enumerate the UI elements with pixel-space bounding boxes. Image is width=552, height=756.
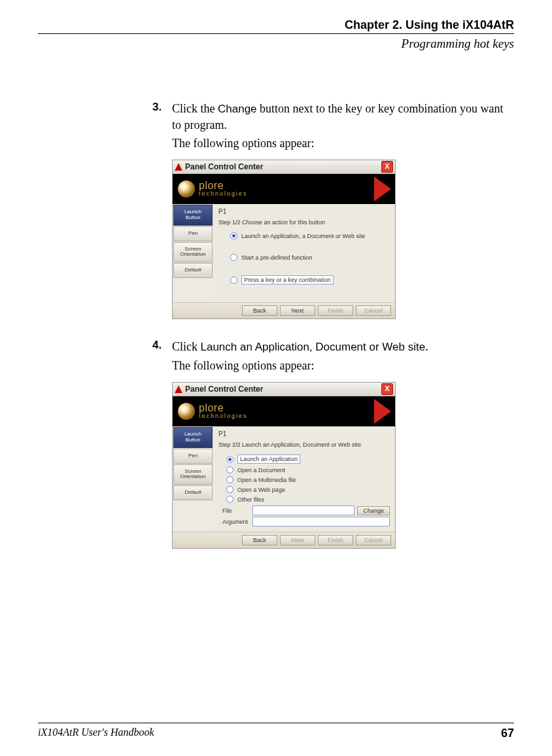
option-launch-app-label: Launch an Application <box>237 455 300 464</box>
close-button[interactable]: X <box>381 383 393 395</box>
option-other-files-label: Other files <box>237 496 264 503</box>
step-4: 4. Click Launch an Application, Document… <box>152 339 514 355</box>
option-predefined-label: Start a pre-defined function <box>241 254 313 261</box>
tab-launch-button[interactable]: Launch Button <box>173 427 213 448</box>
chapter-title: Chapter 2. Using the iX104AtR <box>345 18 514 31</box>
option-open-doc[interactable]: Open a Document <box>226 466 390 473</box>
step-4-text: Click Launch an Application, Document or… <box>172 339 428 355</box>
option-open-multimedia[interactable]: Open a Multimedia file <box>226 476 390 483</box>
tab-default[interactable]: Default <box>173 263 213 278</box>
panel-step-label: Step 1/2 Choose an action for this butto… <box>218 219 390 226</box>
tab-pen[interactable]: Pen <box>173 449 213 464</box>
header: Chapter 2. Using the iX104AtR <box>38 18 514 34</box>
brand-text: plore technologies <box>199 404 248 419</box>
radio-icon <box>226 476 233 483</box>
cancel-button[interactable]: Cancel <box>356 305 391 316</box>
option-key-combo[interactable]: Press a key or a key combination <box>230 275 390 284</box>
banner-arrow-icon <box>374 399 391 424</box>
radio-icon <box>226 466 233 473</box>
panel-key-name: P1 <box>218 430 390 438</box>
brand-globe-icon <box>178 403 195 420</box>
option-launch-app[interactable]: Launch an Application, a Document or Web… <box>230 232 390 239</box>
back-button[interactable]: Back <box>242 305 277 316</box>
dialog-title-text: Panel Control Center <box>185 162 381 171</box>
radio-icon <box>230 232 237 239</box>
dialog-panel-1: P1 Step 1/2 Choose an action for this bu… <box>213 204 395 302</box>
radio-icon <box>230 254 237 261</box>
dialog-button-row: Back Next Finish Cancel <box>173 532 395 548</box>
step-3-number: 3. <box>152 101 172 133</box>
dialog-sidebar: Launch Button Pen Screen Orientation Def… <box>173 426 213 532</box>
option-predefined[interactable]: Start a pre-defined function <box>230 254 390 261</box>
argument-input[interactable] <box>252 517 390 526</box>
argument-row: Argument <box>222 517 390 526</box>
finish-button[interactable]: Finish <box>318 535 353 545</box>
file-input[interactable] <box>252 506 354 515</box>
step-4-post: . <box>425 340 428 353</box>
back-button[interactable]: Back <box>242 535 277 545</box>
brand-banner: plore technologies <box>173 174 395 204</box>
panel-key-name: P1 <box>218 208 390 215</box>
app-logo-icon <box>175 163 182 171</box>
next-button[interactable]: Next <box>280 305 315 316</box>
option-open-multimedia-label: Open a Multimedia file <box>237 477 296 483</box>
brand-banner: plore technologies <box>173 396 395 426</box>
option-launch-app-label: Launch an Application, a Document or Web… <box>241 233 365 239</box>
section-title: Programming hot keys <box>38 37 514 51</box>
dialog-panel-2: P1 Step 2/2 Launch an Application, Docum… <box>213 426 395 532</box>
app-logo-icon <box>175 385 182 393</box>
tab-pen[interactable]: Pen <box>173 226 213 241</box>
tab-screen-orientation[interactable]: Screen Orientation <box>173 464 213 485</box>
footer-left: iX104AtR User's Handbook <box>38 727 154 740</box>
option-other-files[interactable]: Other files <box>226 496 390 503</box>
brand-line2: technologies <box>199 413 248 419</box>
dialog-title-text: Panel Control Center <box>185 385 381 394</box>
radio-icon <box>226 456 233 463</box>
panel-step-label: Step 2/2 Launch an Application, Document… <box>218 441 390 448</box>
brand-text: plore technologies <box>199 181 248 197</box>
step-3-text: Click the Change button next to the key … <box>172 101 514 133</box>
footer: iX104AtR User's Handbook 67 <box>38 723 514 740</box>
radio-icon <box>226 486 233 493</box>
step-4-option-label: Launch an Application, Document or Web s… <box>201 341 426 353</box>
brand-line2: technologies <box>199 190 248 197</box>
option-launch-app[interactable]: Launch an Application <box>226 455 390 464</box>
step-3: 3. Click the Change button next to the k… <box>152 101 514 133</box>
option-open-doc-label: Open a Document <box>237 467 285 473</box>
step-3-caption: The following options appear: <box>172 137 514 150</box>
option-key-combo-label: Press a key or a key combination <box>241 275 334 284</box>
page: Chapter 2. Using the iX104AtR Programmin… <box>0 0 552 756</box>
dialog-step2: Panel Control Center X plore technologie… <box>172 382 396 549</box>
dialog-body: Launch Button Pen Screen Orientation Def… <box>173 204 395 302</box>
file-row: File Change <box>222 506 390 515</box>
tab-default[interactable]: Default <box>173 485 213 500</box>
brand-line1: plore <box>199 404 248 413</box>
close-button[interactable]: X <box>381 161 393 173</box>
content: 3. Click the Change button next to the k… <box>152 101 514 549</box>
dialog-sidebar: Launch Button Pen Screen Orientation Def… <box>173 204 213 302</box>
next-button[interactable]: Next <box>280 535 315 545</box>
step-3-change-label: Change <box>218 103 257 115</box>
radio-icon <box>226 496 233 503</box>
brand-line1: plore <box>199 181 248 190</box>
step-4-caption: The following options appear: <box>172 359 514 373</box>
dialog-button-row: Back Next Finish Cancel <box>173 302 395 318</box>
radio-icon <box>230 277 237 284</box>
page-number: 67 <box>501 727 514 740</box>
tab-launch-button[interactable]: Launch Button <box>173 205 213 226</box>
dialog-titlebar: Panel Control Center X <box>173 160 395 174</box>
argument-label: Argument <box>222 519 252 525</box>
dialog-titlebar: Panel Control Center X <box>173 383 395 396</box>
dialog-body: Launch Button Pen Screen Orientation Def… <box>173 426 395 532</box>
tab-screen-orientation[interactable]: Screen Orientation <box>173 242 213 263</box>
finish-button[interactable]: Finish <box>318 305 353 316</box>
option-open-web[interactable]: Open a Web page <box>226 486 390 493</box>
cancel-button[interactable]: Cancel <box>356 535 391 545</box>
step-4-number: 4. <box>152 339 172 355</box>
dialog-step1: Panel Control Center X plore technologie… <box>172 160 396 319</box>
option-open-web-label: Open a Web page <box>237 487 285 493</box>
step-3-pre: Click the <box>172 102 218 115</box>
brand-globe-icon <box>178 180 195 198</box>
file-change-button[interactable]: Change <box>357 506 390 515</box>
banner-arrow-icon <box>374 177 391 201</box>
